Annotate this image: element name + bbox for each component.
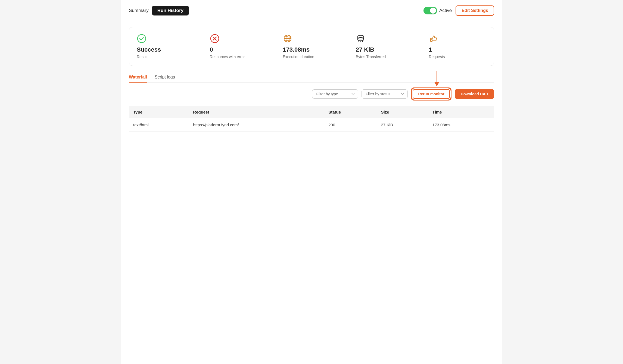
run-history-button[interactable]: Run History — [152, 6, 189, 15]
col-time: Time — [428, 106, 494, 118]
table-row: text/htmlhttps://platform.fynd.com/20027… — [129, 118, 494, 132]
rerun-monitor-button[interactable]: Rerun monitor — [413, 89, 450, 99]
col-request: Request — [189, 106, 324, 118]
edit-settings-button[interactable]: Edit Settings — [456, 5, 494, 16]
col-status: Status — [324, 106, 376, 118]
database-icon — [356, 34, 366, 43]
active-toggle[interactable] — [423, 7, 437, 14]
stat-duration-label: Execution duration — [283, 55, 314, 59]
success-icon — [137, 34, 147, 43]
stat-requests-label: Requests — [429, 55, 445, 59]
stat-requests-value: 1 — [429, 46, 486, 53]
arrow-annotation — [434, 71, 439, 86]
cell-size: 27 KiB — [377, 118, 428, 132]
col-size: Size — [377, 106, 428, 118]
col-type: Type — [129, 106, 189, 118]
cell-request: https://platform.fynd.com/ — [189, 118, 324, 132]
nav-right: Active Edit Settings — [423, 5, 494, 16]
arrow-head — [434, 82, 439, 86]
download-har-button[interactable]: Download HAR — [455, 89, 494, 99]
thumbsup-icon — [429, 34, 438, 43]
tab-script-logs[interactable]: Script logs — [155, 72, 175, 82]
stat-requests: 1 Requests — [421, 27, 494, 66]
tabs-row: Waterfall Script logs — [129, 72, 494, 83]
toggle-thumb — [430, 8, 436, 14]
stat-bytes-label: Bytes Transferred — [356, 55, 386, 59]
active-toggle-wrapper: Active — [423, 7, 452, 14]
table-header: Type Request Status Size Time — [129, 106, 494, 118]
stats-card: Success Result 0 Resources with error — [129, 27, 494, 66]
filter-type-select[interactable]: Filter by type — [312, 89, 358, 99]
summary-tab[interactable]: Summary — [129, 8, 149, 13]
svg-rect-16 — [431, 38, 432, 42]
active-label: Active — [439, 8, 452, 13]
arrow-line — [437, 71, 437, 82]
table-body: text/htmlhttps://platform.fynd.com/20027… — [129, 118, 494, 132]
error-icon — [210, 34, 220, 43]
stat-errors-value: 0 — [210, 46, 267, 53]
globe-icon — [283, 34, 292, 43]
stat-bytes: 27 KiB Bytes Transferred — [348, 27, 421, 66]
svg-point-12 — [358, 35, 364, 37]
table-header-row: Type Request Status Size Time — [129, 106, 494, 118]
stat-errors-label: Resources with error — [210, 55, 245, 59]
filter-row: Filter by type Filter by status Rerun mo… — [129, 87, 494, 101]
stat-result-label: Result — [137, 55, 148, 59]
filter-status-select[interactable]: Filter by status — [362, 89, 408, 99]
tab-waterfall[interactable]: Waterfall — [129, 72, 147, 82]
stat-errors: 0 Resources with error — [202, 27, 275, 66]
nav-left: Summary Run History — [129, 6, 189, 15]
stat-result: Success Result — [129, 27, 202, 66]
stat-bytes-value: 27 KiB — [356, 46, 413, 53]
cell-status: 200 — [324, 118, 376, 132]
top-navigation: Summary Run History Active Edit Settings — [129, 5, 494, 21]
rerun-highlight-box: Rerun monitor — [411, 87, 451, 101]
stat-duration-value: 173.08ms — [283, 46, 340, 53]
stat-result-value: Success — [137, 46, 194, 53]
waterfall-table: Type Request Status Size Time text/htmlh… — [129, 106, 494, 132]
stat-duration: 173.08ms Execution duration — [275, 27, 348, 66]
cell-type: text/html — [129, 118, 189, 132]
svg-point-0 — [138, 34, 146, 43]
cell-time: 173.08ms — [428, 118, 494, 132]
